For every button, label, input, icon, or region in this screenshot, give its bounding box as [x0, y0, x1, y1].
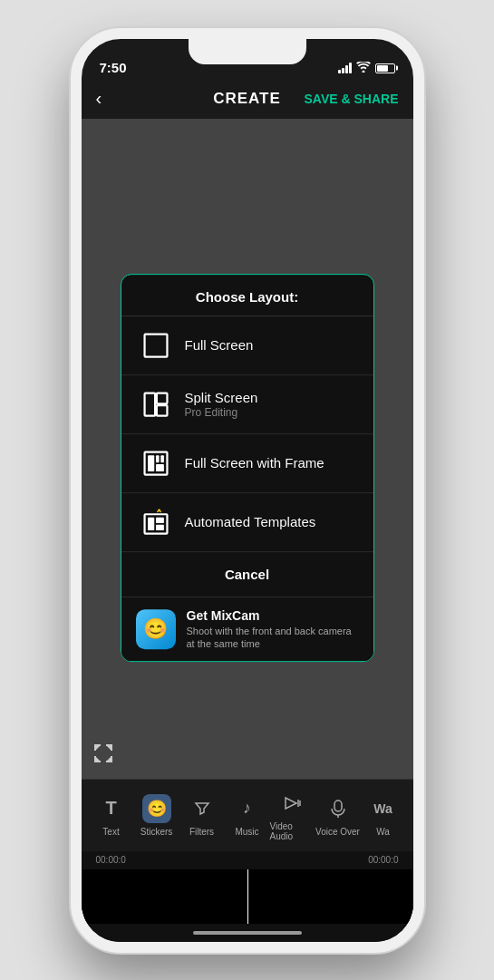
wa-label: Wa [376, 827, 390, 837]
full-screen-option[interactable]: Full Screen [121, 316, 373, 375]
cancel-button[interactable]: Cancel [121, 552, 373, 597]
timeline-area: 00:00:0 00:00:0 + [82, 851, 413, 942]
svg-rect-12 [156, 524, 164, 529]
video-audio-label: Video Audio [270, 821, 315, 841]
svg-rect-11 [156, 517, 164, 522]
modal-title: Choose Layout: [121, 275, 373, 316]
split-screen-label: Split Screen [185, 390, 258, 405]
full-screen-icon [140, 329, 172, 362]
status-icons [338, 62, 395, 75]
expand-icon-container[interactable] [92, 742, 114, 768]
stickers-icon: 😊 [142, 794, 171, 823]
split-screen-icon [140, 388, 172, 421]
main-content: Choose Layout: Full Screen [82, 119, 413, 942]
svg-rect-7 [160, 455, 164, 462]
music-label: Music [235, 827, 258, 837]
phone-frame: 7:50 ‹ CREATE [71, 28, 424, 953]
home-indicator [193, 931, 302, 935]
wifi-icon [356, 62, 371, 75]
toolbar-item-voice-over[interactable]: Voice Over [315, 794, 361, 837]
toolbar-item-wa[interactable]: Wa Wa [361, 794, 406, 837]
timeline-cursor [247, 869, 249, 924]
split-screen-option[interactable]: Split Screen Pro Editing [121, 375, 373, 434]
svg-rect-2 [156, 393, 167, 403]
toolbar-item-stickers[interactable]: 😊 Stickers [134, 794, 179, 837]
svg-rect-0 [144, 334, 167, 356]
stickers-label: Stickers [140, 827, 173, 837]
timeline-end-time: 00:00:0 [368, 855, 398, 865]
battery-icon [375, 63, 395, 73]
templates-icon [140, 506, 172, 539]
svg-rect-10 [148, 517, 154, 529]
toolbar-item-text[interactable]: T Text [89, 794, 134, 837]
signal-bars-icon [338, 63, 352, 73]
notch [189, 39, 306, 64]
app-header: ‹ CREATE SAVE & SHARE [82, 79, 413, 119]
frame-icon [140, 447, 172, 480]
toolbar-item-music[interactable]: ♪ Music [225, 794, 270, 837]
full-screen-label: Full Screen [185, 337, 254, 353]
filters-label: Filters [189, 827, 214, 837]
page-title: CREATE [213, 90, 281, 108]
automated-templates-label: Automated Templates [185, 514, 316, 529]
toolbar-item-video-audio[interactable]: Video Audio [270, 789, 315, 841]
svg-point-13 [158, 509, 160, 511]
mixcam-banner[interactable]: 😊 Get MixCam Shoot with the front and ba… [121, 597, 373, 662]
text-label: Text [102, 827, 119, 837]
svg-rect-3 [156, 405, 167, 416]
split-screen-subtitle: Pro Editing [185, 406, 258, 419]
layout-modal: Choose Layout: Full Screen [121, 274, 374, 663]
voice-over-label: Voice Over [315, 827, 360, 837]
save-share-button[interactable]: SAVE & SHARE [305, 92, 399, 106]
music-icon: ♪ [233, 794, 262, 823]
bottom-toolbar: T Text 😊 Stickers Filters ♪ [82, 779, 413, 851]
automated-templates-option[interactable]: Automated Templates [121, 493, 373, 552]
timeline-track[interactable] [82, 869, 413, 924]
svg-rect-6 [156, 455, 160, 462]
svg-rect-1 [144, 393, 155, 415]
text-icon: T [97, 794, 126, 823]
phone-wrapper: 7:50 ‹ CREATE [0, 0, 494, 980]
filters-icon [188, 794, 217, 823]
timeline-start-time: 00:00:0 [96, 855, 369, 865]
svg-rect-5 [148, 455, 154, 471]
mixcam-title: Get MixCam [187, 608, 359, 623]
video-audio-icon [278, 789, 307, 818]
video-preview: Choose Layout: Full Screen [82, 119, 413, 779]
svg-marker-14 [286, 798, 296, 809]
full-screen-frame-option[interactable]: Full Screen with Frame [121, 434, 373, 493]
wa-icon: Wa [369, 794, 398, 823]
back-button[interactable]: ‹ [96, 88, 102, 109]
mixcam-subtitle: Shoot with the front and back camera at … [187, 625, 359, 651]
svg-rect-17 [334, 800, 342, 811]
expand-icon [92, 742, 114, 764]
toolbar-item-filters[interactable]: Filters [179, 794, 225, 837]
full-screen-frame-label: Full Screen with Frame [185, 455, 324, 471]
voice-over-icon [324, 794, 353, 823]
mixcam-icon: 😊 [136, 609, 176, 649]
svg-rect-8 [156, 464, 164, 471]
